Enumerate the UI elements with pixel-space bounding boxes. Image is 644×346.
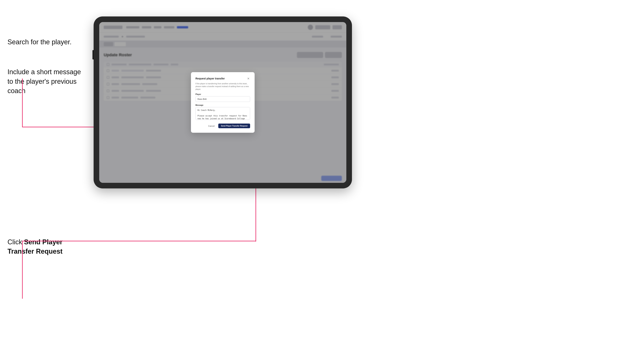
message-textarea[interactable]: Hi Coach McHarg, Please accept this tran… [196,107,250,120]
modal-dialog: Request player transfer ✕ If the player … [191,72,254,133]
tablet-screen: Update Roster [99,22,346,183]
player-input[interactable] [196,96,250,102]
tablet-device: Update Roster [94,16,352,188]
annotation-message: Include a short message to the player's … [8,58,81,96]
send-transfer-request-button[interactable]: Send Player Transfer Request [218,124,250,128]
modal-actions: Cancel Send Player Transfer Request [196,124,250,128]
modal-header: Request player transfer ✕ [196,77,250,80]
arrow-line-vertical-click [22,241,23,299]
annotation-click: Click Send Player Transfer Request [8,237,62,256]
arrow-line-vertical-message [22,78,23,127]
tablet-button [92,50,94,59]
cancel-button[interactable]: Cancel [206,124,216,128]
arrow-line-horizontal-click [22,241,256,241]
modal-overlay: Request player transfer ✕ If the player … [99,22,346,183]
annotation-search: Search for the player. [8,37,72,47]
message-label: Message [196,104,250,106]
modal-close-button[interactable]: ✕ [246,77,250,80]
player-label: Player [196,93,250,95]
modal-description: If the player is transferring from anoth… [196,82,250,91]
modal-title: Request player transfer [196,77,225,80]
